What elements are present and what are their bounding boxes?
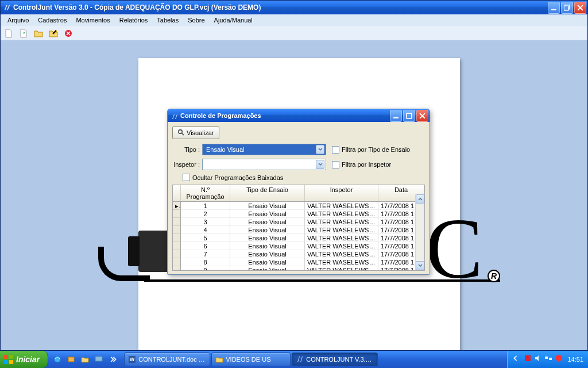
table-row[interactable]: 3Ensaio VisualVALTER WASELEWSKE17/7/2008… — [173, 218, 424, 226]
tray-app-icon[interactable] — [524, 354, 532, 365]
minimize-button[interactable] — [548, 2, 560, 14]
header-inspetor[interactable]: Inspetor — [305, 185, 378, 201]
open-folder-icon[interactable] — [33, 28, 44, 39]
row-marker — [173, 258, 181, 266]
filtra-inspetor-checkbox[interactable]: Filtra por Inspetor — [332, 161, 391, 168]
menu-arquivo[interactable]: Arquivo — [3, 16, 33, 25]
scroll-track[interactable] — [416, 204, 424, 261]
cell-tipo: Ensaio Visual — [230, 250, 305, 258]
table-row[interactable]: 2Ensaio VisualVALTER WASELEWSKE17/7/2008… — [173, 210, 424, 218]
dialog-minimize-button[interactable] — [390, 110, 402, 122]
cell-insp: VALTER WASELEWSKE — [305, 210, 378, 218]
row-marker — [173, 242, 181, 250]
task-button[interactable]: VIDEOS DE US — [211, 352, 291, 366]
ocultar-checkbox[interactable]: Ocultar Programações Baixadas — [183, 174, 425, 181]
close-button[interactable] — [574, 2, 586, 14]
menu-tabelas[interactable]: Tabelas — [152, 16, 183, 25]
ql-chevron-icon[interactable] — [107, 354, 118, 365]
row-marker — [173, 218, 181, 226]
dialog-close-button[interactable] — [416, 110, 428, 122]
task-button[interactable]: WCONTROLJUNT.doc - ... — [124, 352, 210, 366]
new-file-icon[interactable] — [3, 28, 14, 39]
cell-num: 2 — [181, 210, 230, 218]
svg-rect-0 — [551, 9, 556, 10]
restore-button[interactable] — [561, 2, 573, 14]
new-arrow-icon[interactable] — [18, 28, 29, 39]
table-row[interactable]: 5Ensaio VisualVALTER WASELEWSKE17/7/2008… — [173, 234, 424, 242]
scroll-down-icon[interactable] — [416, 261, 424, 270]
menu-sobre[interactable]: Sobre — [183, 16, 209, 25]
header-num[interactable]: N.º Programação — [181, 185, 230, 201]
svg-rect-4 — [393, 117, 399, 118]
svg-rect-9 — [4, 360, 8, 364]
table-row[interactable]: 4Ensaio VisualVALTER WASELEWSKE17/7/2008… — [173, 226, 424, 234]
quick-launch — [48, 354, 122, 365]
taskbar: Iniciar WCONTROLJUNT.doc - ...VIDEOS DE … — [0, 351, 588, 368]
system-tray[interactable]: 14:51 — [507, 351, 588, 368]
tray-volume-icon[interactable] — [534, 354, 542, 365]
checkbox-box[interactable] — [332, 146, 339, 154]
grid-body[interactable]: ▸1Ensaio VisualVALTER WASELEWSKE17/7/200… — [173, 202, 424, 271]
cell-num: 4 — [181, 226, 230, 234]
dialog-title: Controle de Programações — [180, 112, 390, 119]
cell-num: 8 — [181, 258, 230, 266]
chevron-down-icon[interactable] — [316, 160, 324, 169]
svg-rect-10 — [9, 360, 13, 364]
ie-icon[interactable] — [52, 354, 63, 365]
cell-num: 1 — [181, 202, 230, 210]
main-titlebar[interactable]: ControlJunt Versão 3.0 - Cópia de ADEQUA… — [1, 1, 587, 14]
menu-movimentos[interactable]: Movimentos — [71, 16, 114, 25]
chevron-down-icon[interactable] — [316, 145, 324, 154]
tipo-combobox[interactable]: Ensaio Visual — [202, 144, 326, 155]
filtra-tipo-checkbox[interactable]: Filtra por Tipo de Ensaio — [332, 146, 410, 154]
cell-tipo: Ensaio Visual — [230, 226, 305, 234]
checkbox-box[interactable] — [332, 161, 339, 168]
grid-scrollbar[interactable] — [415, 194, 424, 270]
tipo-label: Tipo : — [172, 146, 202, 153]
table-row[interactable]: ▸1Ensaio VisualVALTER WASELEWSKE17/7/200… — [173, 202, 424, 210]
cell-insp: VALTER WASELEWSKE — [305, 226, 378, 234]
start-button[interactable]: Iniciar — [0, 351, 48, 368]
row-marker — [173, 266, 181, 271]
cell-insp: VALTER WASELEWSKE — [305, 242, 378, 250]
desktop-icon[interactable] — [93, 354, 105, 365]
table-row[interactable]: 7Ensaio VisualVALTER WASELEWSKE17/7/2008… — [173, 250, 424, 258]
dialog-maximize-button[interactable] — [403, 110, 415, 122]
header-marker[interactable] — [173, 185, 181, 201]
programacoes-grid: N.º Programação Tipo de Ensaio Inspetor … — [172, 185, 425, 271]
menu-relatorios[interactable]: Relatórios — [115, 16, 153, 25]
wizard-icon[interactable] — [48, 28, 59, 39]
outlook-icon[interactable] — [65, 354, 77, 365]
cell-tipo: Ensaio Visual — [230, 210, 305, 218]
task-label: VIDEOS DE US — [226, 356, 270, 363]
inspetor-combobox[interactable] — [202, 159, 326, 170]
tray-network-icon[interactable] — [544, 354, 552, 365]
menu-ajuda[interactable]: Ajuda/Manual — [210, 16, 257, 25]
clock[interactable]: 14:51 — [567, 356, 583, 363]
table-row[interactable]: 9Ensaio VisualVALTER WASELEWSKE17/7/2008… — [173, 266, 424, 271]
windows-logo-icon — [3, 354, 14, 365]
tipo-value: Ensaio Visual — [204, 146, 316, 153]
menubar: Arquivo Cadastros Movimentos Relatórios … — [1, 14, 587, 26]
svg-rect-13 — [95, 356, 102, 361]
registered-symbol: R — [488, 270, 500, 282]
visualizar-button[interactable]: Visualizar — [172, 126, 219, 139]
table-row[interactable]: 8Ensaio VisualVALTER WASELEWSKE17/7/2008… — [173, 258, 424, 266]
folder-icon[interactable] — [79, 354, 91, 365]
task-button[interactable]: CONTROLJUNT V.3.0.0 — [292, 352, 378, 366]
header-tipo[interactable]: Tipo de Ensaio — [230, 185, 305, 201]
dialog-icon — [171, 112, 178, 119]
checkbox-box[interactable] — [183, 174, 190, 181]
svg-rect-17 — [525, 355, 531, 361]
filtra-inspetor-label: Filtra por Inspetor — [342, 161, 391, 168]
cell-insp: VALTER WASELEWSKE — [305, 234, 378, 242]
close-doc-icon[interactable] — [63, 28, 74, 39]
dialog-titlebar[interactable]: Controle de Programações — [168, 109, 430, 122]
menu-cadastros[interactable]: Cadastros — [33, 16, 71, 25]
tray-shield-icon[interactable] — [555, 354, 563, 365]
scroll-up-icon[interactable] — [416, 194, 424, 204]
cell-insp: VALTER WASELEWSKE — [305, 218, 378, 226]
table-row[interactable]: 6Ensaio VisualVALTER WASELEWSKE17/7/2008… — [173, 242, 424, 250]
cell-tipo: Ensaio Visual — [230, 234, 305, 242]
tray-chevron-icon[interactable] — [513, 354, 521, 365]
